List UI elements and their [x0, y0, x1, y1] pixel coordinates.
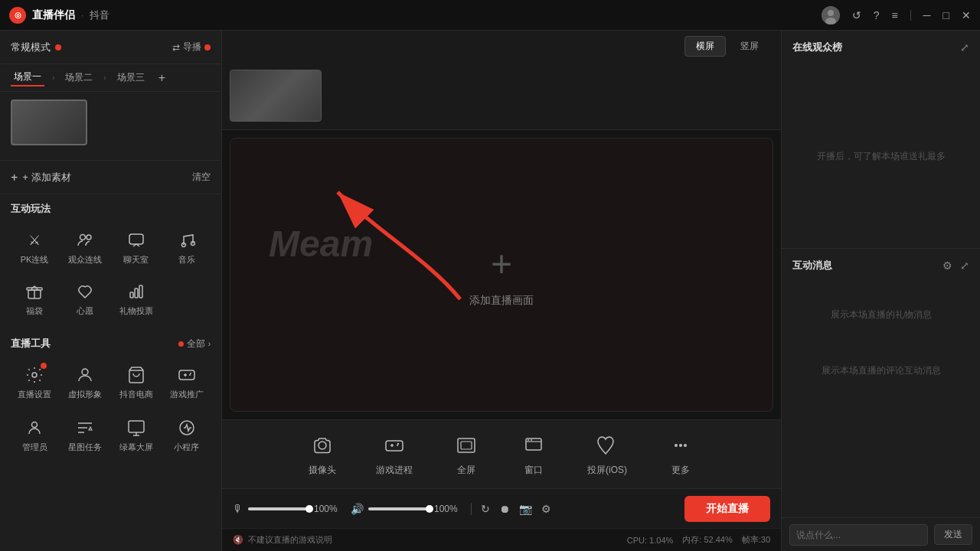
ios-icon [593, 432, 621, 459]
filter-icon[interactable]: ⚙ [942, 259, 952, 272]
add-scene-button[interactable]: + [158, 71, 165, 85]
source-game[interactable]: 游戏进程 [364, 425, 425, 483]
history-icon[interactable]: ↺ [852, 9, 861, 21]
interactive-title: 互动消息 [792, 259, 832, 272]
help-icon[interactable]: ? [874, 9, 880, 21]
live-tool-settings[interactable]: 直播设置 [11, 358, 58, 406]
add-material-button[interactable]: + + 添加素材 [11, 171, 71, 184]
close-button[interactable]: ✕ [962, 9, 971, 21]
speaker-slider[interactable] [368, 507, 430, 510]
start-live-button[interactable]: 开始直播 [684, 496, 770, 522]
status-left: 🔇 不建议直播的游戏说明 [233, 534, 332, 546]
svg-rect-10 [130, 292, 133, 298]
scene-tab-3[interactable]: 场景三 [114, 70, 148, 86]
record-icon[interactable]: ⏺ [499, 503, 510, 515]
speaker-icon: 🔊 [351, 503, 364, 515]
pk-icon: ⚔ [24, 230, 45, 251]
tool-pk[interactable]: ⚔ PK连线 [11, 223, 58, 272]
tool-audience[interactable]: 观众连线 [61, 223, 109, 272]
chat-icon [126, 230, 147, 251]
virtual-avatar-icon [74, 364, 96, 386]
source-fullscreen[interactable]: 全屏 [440, 425, 492, 483]
wish-label: 心愿 [77, 305, 93, 317]
source-more[interactable]: 更多 [655, 425, 707, 483]
fullscreen-label: 全屏 [457, 464, 475, 477]
more-sources-icon [667, 432, 694, 459]
live-tool-manager[interactable]: 管理员 [11, 411, 58, 459]
live-tools-all-button[interactable]: 全部 › [178, 337, 211, 350]
window-icon [520, 432, 547, 459]
add-scene-center-button[interactable]: + 添加直播画面 [469, 243, 534, 308]
send-button[interactable]: 发送 [934, 524, 972, 545]
camera-icon [309, 432, 336, 459]
mode-right[interactable]: ⇄ 导播 [172, 41, 211, 54]
fullscreen-icon [452, 432, 480, 459]
landscape-button[interactable]: 横屏 [684, 36, 726, 57]
tool-gift-vote[interactable]: 礼物投票 [113, 275, 160, 323]
source-window[interactable]: 窗口 [508, 425, 560, 483]
audience-placeholder: 开播后，可了解本场谁送礼最多 [817, 150, 946, 163]
gift-bag-label: 福袋 [26, 305, 43, 317]
live-tool-greenscreen[interactable]: 绿幕大屏 [113, 411, 160, 459]
comment-placeholder: 展示本场直播的评论互动消息 [792, 349, 969, 393]
music-label: 音乐 [178, 254, 195, 266]
tool-gift-bag[interactable]: 福袋 [11, 275, 58, 323]
live-tool-avatar[interactable]: 虚拟形象 [61, 358, 109, 406]
scene-thumbnail [11, 99, 87, 145]
live-tool-ecommerce[interactable]: 抖音电商 [113, 358, 160, 406]
interactive-expand-icon[interactable]: ⤢ [960, 259, 969, 272]
clear-button[interactable]: 清空 [192, 171, 211, 184]
scene-tab-1[interactable]: 场景一 [11, 69, 44, 86]
meam-overlay-text: Meam [269, 223, 373, 265]
refresh-icon[interactable]: ↻ [481, 503, 490, 515]
tool-music[interactable]: 音乐 [163, 223, 211, 272]
mic-slider[interactable] [248, 507, 309, 510]
preview-scene-thumbnail[interactable] [230, 70, 322, 122]
title-bar: ◎ 直播伴侣 · 抖音 ↺ ? ≡ ─ □ ✕ [0, 0, 980, 31]
portrait-button[interactable]: 竖屏 [729, 36, 770, 57]
live-tool-game[interactable]: 游戏推广 [163, 358, 211, 406]
avatar [822, 6, 840, 24]
maximize-button[interactable]: □ [943, 9, 949, 21]
settings-icon [24, 364, 45, 386]
live-tools-all-label: 全部 [187, 337, 205, 350]
svg-point-28 [528, 439, 529, 441]
live-tool-star[interactable]: 星图任务 [61, 411, 109, 459]
svg-point-24 [397, 443, 399, 445]
gift-vote-icon [126, 281, 147, 302]
tool-chat[interactable]: 聊天室 [113, 223, 160, 272]
svg-rect-26 [461, 442, 472, 449]
camera-toggle-icon[interactable]: 📷 [519, 503, 532, 515]
game-label: 游戏进程 [376, 464, 413, 477]
export-label: 导播 [183, 41, 201, 54]
ecommerce-icon [126, 364, 147, 386]
menu-icon[interactable]: ≡ [891, 9, 897, 21]
game-label: 游戏推广 [170, 389, 204, 400]
source-camera[interactable]: 摄像头 [296, 425, 348, 483]
preview-row [222, 61, 781, 130]
window-label: 窗口 [524, 464, 543, 477]
svg-rect-23 [386, 441, 403, 451]
chat-label: 聊天室 [123, 254, 149, 266]
main-layout: 常规模式 ⇄ 导播 场景一 › 场景二 › 场景三 + + + [0, 31, 980, 551]
minimize-button[interactable]: ─ [923, 9, 931, 21]
camera-label: 摄像头 [309, 464, 336, 477]
scene-tab-2[interactable]: 场景二 [62, 70, 96, 86]
gift-vote-label: 礼物投票 [119, 305, 153, 317]
miniapp-icon [176, 417, 198, 439]
svg-rect-25 [458, 439, 475, 452]
app-logo: ◎ [9, 7, 26, 24]
live-tool-miniapp[interactable]: 小程序 [163, 411, 211, 459]
pk-label: PK连线 [21, 254, 49, 266]
mic-control: 🎙 100% [233, 503, 341, 515]
source-ios[interactable]: 投屏(iOS) [575, 425, 639, 483]
source-bar: 摄像头 游戏进程 全屏 [222, 419, 781, 488]
audience-expand-icon[interactable]: ⤢ [960, 41, 969, 54]
mic-volume-label: 100% [314, 504, 341, 514]
chat-input[interactable] [789, 524, 928, 546]
live-dot [178, 341, 184, 347]
tool-wish[interactable]: 心愿 [61, 275, 109, 323]
settings-icon-bottom[interactable]: ⚙ [541, 503, 551, 515]
center-content: 横屏 竖屏 Meam + 添加直播画面 [222, 31, 781, 551]
miniapp-label: 小程序 [174, 442, 199, 453]
